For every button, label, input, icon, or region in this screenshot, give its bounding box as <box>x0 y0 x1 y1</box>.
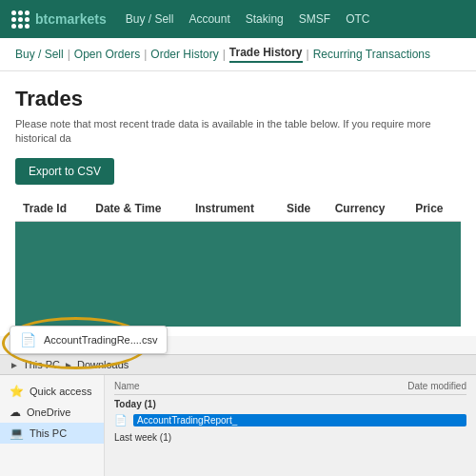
col-price: Price <box>407 196 461 222</box>
main-content: Trades Please note that most recent trad… <box>0 71 476 336</box>
explorer-main-panel: Name Date modified Today (1) 📄 AccountTr… <box>105 375 476 476</box>
quick-access-label: Quick access <box>30 386 91 397</box>
col-currency: Currency <box>327 196 407 222</box>
file-name-highlight: AccountTradingReport_ <box>133 414 466 426</box>
logo-text: btcmarkets <box>35 11 107 27</box>
breadcrumb-order-history[interactable]: Order History <box>150 48 218 61</box>
explorer-breadcrumb: ► This PC ► Downloads <box>10 359 129 370</box>
col-instrument: Instrument <box>188 196 279 222</box>
col-trade-id: Trade Id <box>15 196 88 222</box>
this-pc-icon: 💻 <box>10 426 24 440</box>
col-side: Side <box>279 196 327 222</box>
csv-file-icon: 📄 <box>20 332 36 347</box>
today-section-label: Today (1) <box>114 399 466 409</box>
export-csv-button[interactable]: Export to CSV <box>15 158 114 185</box>
sidebar-this-pc[interactable]: 💻 This PC <box>0 423 104 444</box>
nav-smsf[interactable]: SMSF <box>299 12 330 26</box>
breadcrumb-open-orders[interactable]: Open Orders <box>74 48 140 61</box>
onedrive-icon: ☁ <box>10 406 21 419</box>
explorer-column-headers: Name Date modified <box>114 381 466 395</box>
path-this-pc[interactable]: This PC <box>23 359 60 370</box>
file-explorer-header: ► This PC ► Downloads <box>0 355 476 375</box>
col-name-header: Name <box>114 381 140 391</box>
csv-file-icon-explorer: 📄 <box>114 414 128 426</box>
file-explorer: ► This PC ► Downloads ⭐ Quick access ☁ O… <box>0 354 476 476</box>
page-title: Trades <box>15 87 461 111</box>
download-filename: AccountTradingRe....csv <box>44 334 157 346</box>
nav-links: Buy / Sell Account Staking SMSF OTC <box>126 12 370 26</box>
breadcrumb-buy-sell[interactable]: Buy / Sell <box>15 48 64 61</box>
download-bar[interactable]: 📄 AccountTradingRe....csv <box>10 326 168 354</box>
nav-buy-sell[interactable]: Buy / Sell <box>126 12 174 26</box>
logo-dots <box>11 10 30 29</box>
logo[interactable]: btcmarkets <box>11 10 107 29</box>
breadcrumb-recurring[interactable]: Recurring Transactions <box>313 48 430 61</box>
path-downloads[interactable]: Downloads <box>77 359 129 370</box>
onedrive-label: OneDrive <box>27 407 70 418</box>
last-week-section-label: Last week (1) <box>114 432 466 443</box>
explorer-sidebar: ⭐ Quick access ☁ OneDrive 💻 This PC <box>0 375 105 476</box>
nav-staking[interactable]: Staking <box>246 12 284 26</box>
trades-table-wrapper: Trade Id Date & Time Instrument Side Cur… <box>15 196 461 327</box>
sidebar-onedrive[interactable]: ☁ OneDrive <box>0 402 104 423</box>
table-data-area <box>15 222 461 327</box>
nav-otc[interactable]: OTC <box>346 12 369 26</box>
quick-access-icon: ⭐ <box>10 385 24 398</box>
top-navigation: btcmarkets Buy / Sell Account Staking SM… <box>0 0 476 38</box>
col-modified-header: Date modified <box>407 381 466 391</box>
file-item-today[interactable]: 📄 AccountTradingReport_ <box>114 412 466 428</box>
page-description: Please note that most recent trade data … <box>15 117 461 147</box>
col-date-time: Date & Time <box>88 196 188 222</box>
breadcrumb-trade-history[interactable]: Trade History <box>229 46 303 63</box>
sidebar-quick-access[interactable]: ⭐ Quick access <box>0 381 104 402</box>
trades-table: Trade Id Date & Time Instrument Side Cur… <box>15 196 461 222</box>
nav-account[interactable]: Account <box>188 12 229 26</box>
file-explorer-body: ⭐ Quick access ☁ OneDrive 💻 This PC Name… <box>0 375 476 476</box>
breadcrumb: Buy / Sell | Open Orders | Order History… <box>0 38 476 71</box>
this-pc-label: This PC <box>30 427 67 439</box>
